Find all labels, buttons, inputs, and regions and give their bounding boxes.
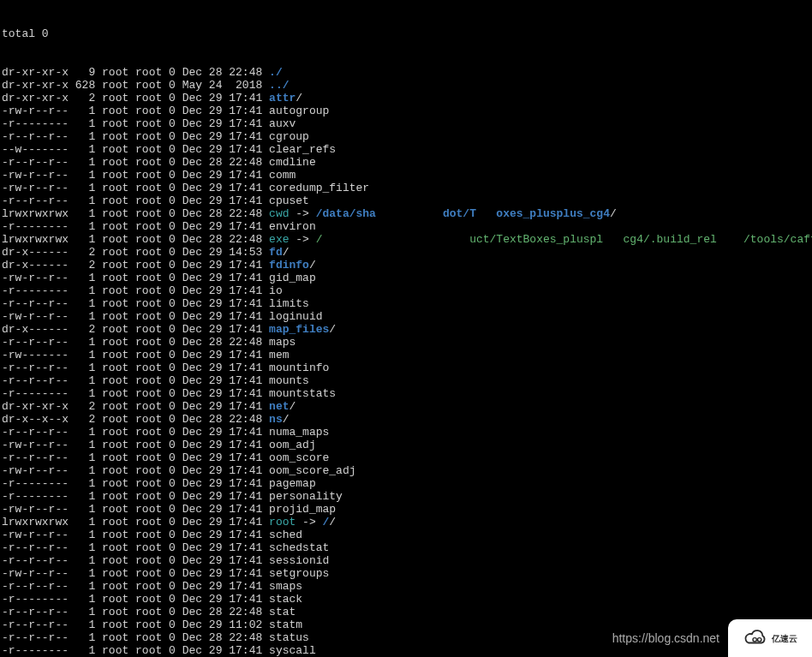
perms: -rw-r--r-- <box>2 503 69 516</box>
owner-group: root root <box>95 207 162 220</box>
size: 0 <box>162 554 176 567</box>
list-item: -r--r--r-- 1 root root 0 Dec 28 22:48 ma… <box>2 336 810 349</box>
size: 0 <box>162 143 176 156</box>
owner-group: root root <box>95 169 162 182</box>
list-item: -rw------- 1 root root 0 Dec 29 17:41 me… <box>2 349 810 361</box>
file-name: mounts <box>269 374 309 387</box>
nlink: 628 <box>69 79 95 92</box>
date: Dec 28 22:48 <box>176 66 269 79</box>
owner-group: root root <box>95 618 162 631</box>
file-name: projid_map <box>269 503 336 516</box>
list-item: -rw-r--r-- 1 root root 0 Dec 29 17:41 pr… <box>2 503 810 516</box>
list-item: -r--r--r-- 1 root root 0 Dec 29 17:41 li… <box>2 297 810 310</box>
file-name: root <box>269 516 296 529</box>
owner-group: root root <box>95 220 162 233</box>
owner-group: root root <box>95 284 162 297</box>
list-item: -r-------- 1 root root 0 Dec 29 17:41 pe… <box>2 490 810 503</box>
date: Dec 29 17:41 <box>176 541 269 554</box>
perms: dr-x--x--x <box>2 413 69 426</box>
owner-group: root root <box>95 233 162 246</box>
nlink: 1 <box>69 541 95 554</box>
size: 0 <box>162 593 176 606</box>
list-item: -r--r--r-- 1 root root 0 Dec 29 17:41 sm… <box>2 580 810 593</box>
list-item: -r--r--r-- 1 root root 0 Dec 29 17:41 se… <box>2 554 810 567</box>
size: 0 <box>162 233 176 246</box>
date: Dec 28 22:48 <box>176 156 269 169</box>
date: Dec 29 17:41 <box>176 310 269 323</box>
list-item: -r--r--r-- 1 root root 0 Dec 29 17:41 cg… <box>2 130 810 143</box>
date: Dec 29 17:41 <box>176 361 269 374</box>
list-item: -r-------- 1 root root 0 Dec 29 17:41 pa… <box>2 477 810 490</box>
file-name: limits <box>269 297 309 310</box>
nlink: 1 <box>69 529 95 541</box>
size: 0 <box>162 79 176 92</box>
nlink: 2 <box>69 259 95 272</box>
list-item: -r--r--r-- 1 root root 0 Dec 29 17:41 sc… <box>2 541 810 554</box>
owner-group: root root <box>95 580 162 593</box>
list-item: dr-xr-xr-x 2 root root 0 Dec 29 17:41 at… <box>2 92 810 105</box>
list-item: dr-xr-xr-x 9 root root 0 Dec 28 22:48 ./ <box>2 66 810 79</box>
perms: -r--r--r-- <box>2 361 69 374</box>
perms: dr-xr-xr-x <box>2 400 69 413</box>
file-name: stack <box>269 593 302 606</box>
date: Dec 29 17:41 <box>176 503 269 516</box>
nlink: 1 <box>69 207 95 220</box>
file-name: oom_score <box>269 451 329 464</box>
file-name: map_files <box>269 323 329 336</box>
perms: -r--r--r-- <box>2 541 69 554</box>
file-name: status <box>269 631 309 644</box>
owner-group: root root <box>95 194 162 207</box>
file-name: coredump_filter <box>269 182 369 194</box>
perms: -r--r--r-- <box>2 156 69 169</box>
nlink: 1 <box>69 117 95 130</box>
file-name: numa_maps <box>269 426 329 439</box>
nlink: 1 <box>69 182 95 194</box>
perms: -r-------- <box>2 490 69 503</box>
owner-group: root root <box>95 554 162 567</box>
owner-group: root root <box>95 361 162 374</box>
list-item: -r-------- 1 root root 0 Dec 29 17:41 au… <box>2 117 810 130</box>
nlink: 1 <box>69 451 95 464</box>
perms: dr-x------ <box>2 259 69 272</box>
file-name: loginuid <box>269 310 322 323</box>
list-item: -r--r--r-- 1 root root 0 Dec 29 17:41 cp… <box>2 194 810 207</box>
list-item: -r--r--r-- 1 root root 0 Dec 29 17:41 nu… <box>2 426 810 439</box>
date: Dec 29 17:41 <box>176 426 269 439</box>
perms: -rw-r--r-- <box>2 169 69 182</box>
size: 0 <box>162 169 176 182</box>
owner-group: root root <box>95 66 162 79</box>
list-item: -rw-r--r-- 1 root root 0 Dec 29 17:41 co… <box>2 182 810 194</box>
list-item: lrwxrwxrwx 1 root root 0 Dec 28 22:48 ex… <box>2 233 810 246</box>
file-name: fdinfo <box>269 259 309 272</box>
size: 0 <box>162 246 176 259</box>
date: Dec 29 17:41 <box>176 117 269 130</box>
dir-suffix: / <box>309 259 316 272</box>
perms: lrwxrwxrwx <box>2 516 69 529</box>
perms: -r-------- <box>2 644 69 657</box>
owner-group: root root <box>95 541 162 554</box>
nlink: 1 <box>69 580 95 593</box>
nlink: 2 <box>69 92 95 105</box>
size: 0 <box>162 323 176 336</box>
file-name: statm <box>269 618 302 631</box>
nlink: 1 <box>69 644 95 657</box>
list-item: -rw-r--r-- 1 root root 0 Dec 29 17:41 co… <box>2 169 810 182</box>
size: 0 <box>162 182 176 194</box>
nlink: 1 <box>69 554 95 567</box>
terminal-output: total 0 dr-xr-xr-x 9 root root 0 Dec 28 … <box>0 0 812 657</box>
owner-group: root root <box>95 349 162 361</box>
date: Dec 29 17:41 <box>176 194 269 207</box>
list-item: --w------- 1 root root 0 Dec 29 17:41 cl… <box>2 143 810 156</box>
list-item: -rw-r--r-- 1 root root 0 Dec 29 17:41 oo… <box>2 439 810 451</box>
size: 0 <box>162 426 176 439</box>
nlink: 1 <box>69 567 95 580</box>
perms: -rw-r--r-- <box>2 464 69 477</box>
date: Dec 29 17:41 <box>176 516 269 529</box>
nlink: 2 <box>69 246 95 259</box>
date: Dec 29 17:41 <box>176 220 269 233</box>
perms: -r--r--r-- <box>2 336 69 349</box>
owner-group: root root <box>95 439 162 451</box>
owner-group: root root <box>95 182 162 194</box>
date: Dec 29 17:41 <box>176 529 269 541</box>
list-item: -rw-r--r-- 1 root root 0 Dec 29 17:41 lo… <box>2 310 810 323</box>
